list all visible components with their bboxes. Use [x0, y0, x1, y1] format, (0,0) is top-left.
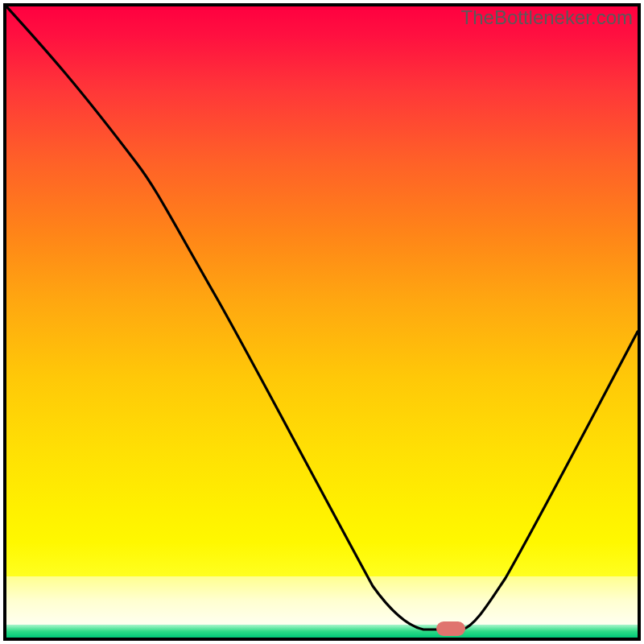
optimal-marker — [436, 621, 465, 636]
chart-frame: TheBottleneker.com — [3, 3, 641, 641]
chart-stage: TheBottleneker.com — [0, 0, 644, 644]
background-pale-band — [6, 576, 638, 625]
background-green-strip — [6, 625, 638, 638]
background-gradient — [6, 6, 638, 576]
watermark-text: TheBottleneker.com — [461, 6, 633, 29]
